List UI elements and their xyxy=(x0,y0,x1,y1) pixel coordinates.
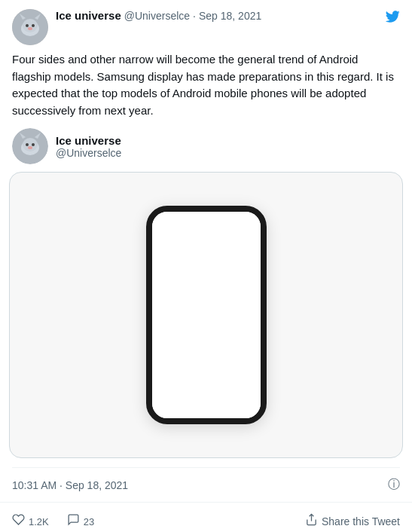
username[interactable]: @Universelce xyxy=(124,10,190,22)
second-display-name[interactable]: Ice universe xyxy=(56,134,121,147)
dot-separator: · xyxy=(193,10,196,22)
comment-action[interactable]: 23 xyxy=(67,513,94,530)
avatar[interactable] xyxy=(12,9,48,45)
info-icon[interactable]: ⓘ xyxy=(388,477,400,493)
share-label: Share this Tweet xyxy=(322,515,400,527)
tweet-container: Ice universe @Universelce · Sep 18, 2021… xyxy=(0,0,412,532)
like-action[interactable]: 1.2K xyxy=(12,513,49,530)
phone-screen xyxy=(152,212,261,418)
phone-image-container xyxy=(9,172,403,458)
second-username: @Universelce xyxy=(56,147,121,159)
like-icon xyxy=(12,513,25,530)
svg-point-10 xyxy=(23,138,38,151)
twitter-bird-icon xyxy=(385,9,400,28)
tweet-date: Sep 18, 2021 xyxy=(199,10,261,22)
comment-count: 23 xyxy=(84,516,94,527)
tweet-footer: 10:31 AM · Sep 18, 2021 ⓘ 1.2K 2 xyxy=(12,467,400,532)
tweet-timestamp-row: 10:31 AM · Sep 18, 2021 ⓘ xyxy=(12,477,400,493)
avatar-image xyxy=(12,9,48,45)
divider xyxy=(0,502,412,503)
svg-point-2 xyxy=(23,19,38,32)
tweet-text: Four sides and other narrow will become … xyxy=(12,51,400,119)
svg-point-4 xyxy=(32,24,35,27)
user-info: Ice universe @Universelce · Sep 18, 2021 xyxy=(56,9,385,22)
display-name[interactable]: Ice universe xyxy=(56,9,121,22)
second-avatar[interactable] xyxy=(12,128,48,164)
svg-point-3 xyxy=(26,24,29,27)
svg-point-13 xyxy=(28,146,32,149)
comment-icon xyxy=(67,513,80,530)
second-user-info: Ice universe @Universelce xyxy=(56,134,121,159)
share-action[interactable]: Share this Tweet xyxy=(305,513,400,530)
tweet-meta: Ice universe @Universelce · Sep 18, 2021 xyxy=(56,9,385,22)
tweet-header: Ice universe @Universelce · Sep 18, 2021 xyxy=(12,9,400,45)
svg-point-11 xyxy=(26,143,29,146)
tweet-timestamp: 10:31 AM · Sep 18, 2021 xyxy=(12,479,128,491)
svg-point-12 xyxy=(32,143,35,146)
svg-point-5 xyxy=(28,27,32,30)
like-count: 1.2K xyxy=(29,516,49,527)
second-tweet-header: Ice universe @Universelce xyxy=(12,128,400,164)
phone-mockup xyxy=(146,206,267,424)
tweet-actions: 1.2K 23 Share this Twe xyxy=(12,510,400,532)
share-icon xyxy=(305,513,318,530)
